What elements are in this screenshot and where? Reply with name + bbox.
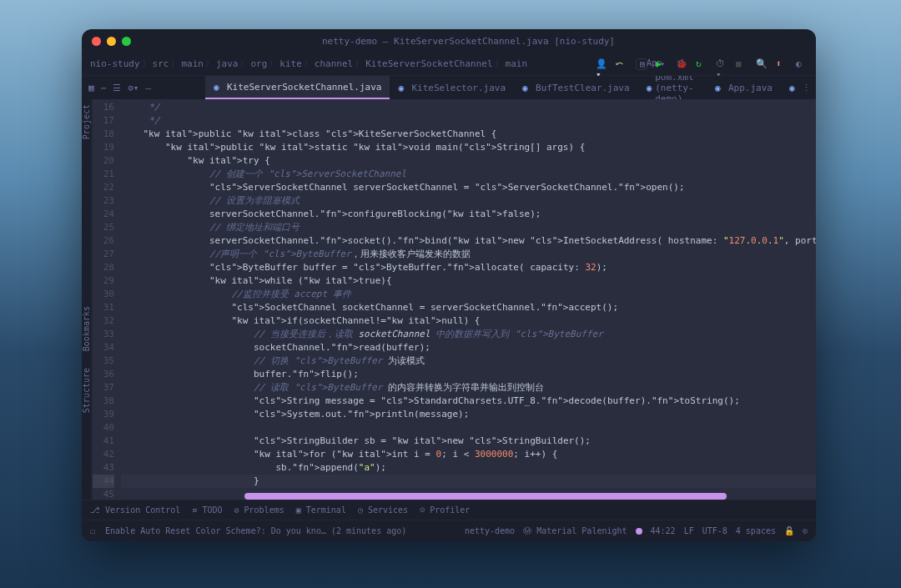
run-config-selector[interactable]: ▤ App ▾ bbox=[636, 58, 647, 70]
tab-label: KiteSelector.java bbox=[411, 83, 506, 93]
maximize-button[interactable] bbox=[122, 37, 131, 46]
services-tool-button[interactable]: ◷ Services bbox=[358, 505, 408, 515]
breadcrumb-item[interactable]: src bbox=[153, 58, 169, 69]
inspection-icon[interactable]: ⊙ bbox=[803, 526, 808, 535]
window-controls bbox=[92, 37, 131, 46]
breadcrumb-item[interactable]: KiteServerSocketChannel bbox=[365, 58, 492, 69]
breadcrumb-item[interactable]: nio-study bbox=[90, 58, 140, 69]
editor-tab[interactable]: ◉KiteServerSocketChannel.java bbox=[205, 76, 390, 99]
file-icon: ◉ bbox=[398, 83, 408, 93]
todo-tool-button[interactable]: ≡ TODO bbox=[192, 505, 222, 515]
stop-button[interactable]: ■ bbox=[736, 58, 747, 70]
readonly-icon[interactable]: 🔓 bbox=[784, 526, 794, 535]
bookmarks-tool-button[interactable]: Bookmarks bbox=[82, 306, 91, 351]
hammer-icon[interactable]: ⤺ bbox=[616, 58, 627, 70]
breadcrumb-item[interactable]: org bbox=[250, 58, 267, 69]
main-toolbar: 👤▾ ⤺ ▤ App ▾ ▶ 🐞 ↻ ⏱▾ ■ 🔍 ⬆ ◐ bbox=[596, 58, 808, 70]
search-icon[interactable]: 🔍 bbox=[756, 58, 768, 70]
vcs-tool-button[interactable]: ⎇ Version Control bbox=[90, 505, 180, 515]
coverage-button[interactable]: ↻ bbox=[696, 58, 707, 70]
navbar: nio-study〉src〉main〉java〉org〉kite〉channel… bbox=[82, 53, 816, 76]
status-message: Enable Auto Reset Color Scheme?: Do you … bbox=[105, 526, 406, 535]
code-editor[interactable]: 1617181920212223242526272829303132333435… bbox=[93, 99, 816, 500]
debug-button[interactable]: 🐞 bbox=[676, 58, 687, 70]
user-icon[interactable]: 👤▾ bbox=[596, 58, 607, 70]
breadcrumb-item[interactable]: main bbox=[506, 58, 528, 69]
breadcrumb-item[interactable]: main bbox=[181, 58, 204, 69]
profile-button[interactable]: ⏱▾ bbox=[716, 58, 727, 70]
cursor-position[interactable]: 44:22 bbox=[651, 526, 676, 535]
editor-tab[interactable]: ◉App.java bbox=[707, 76, 781, 99]
file-icon: ◉ bbox=[715, 83, 725, 93]
tab-label: pom.xml (netty-demo) bbox=[655, 76, 698, 99]
run-button[interactable]: ▶ bbox=[656, 58, 667, 70]
editor-tabs: ▦ ⋯ ☰ ⚙▾ — ◉KiteServerSocketChannel.java… bbox=[82, 76, 816, 99]
editor-tab[interactable]: ◉KiteSelector.java bbox=[390, 76, 514, 99]
tab-label: App.java bbox=[728, 83, 773, 93]
ide-logo-icon[interactable]: ◐ bbox=[796, 58, 808, 70]
status-bar: ☐ Enable Auto Reset Color Scheme?: Do yo… bbox=[82, 520, 816, 541]
sync-icon[interactable]: ⬆ bbox=[776, 58, 788, 70]
file-icon: ◉ bbox=[522, 83, 532, 93]
file-icon: ◉ bbox=[647, 83, 652, 93]
horizontal-scrollbar[interactable] bbox=[244, 493, 816, 500]
bottom-tool-bar: ⎇ Version Control ≡ TODO ⊘ Problems ▣ Te… bbox=[82, 500, 816, 520]
titlebar: netty-demo – KiteServerSocketChannel.jav… bbox=[82, 29, 816, 53]
profiler-tool-button[interactable]: ☺ Profiler bbox=[420, 505, 470, 515]
settings-icon[interactable]: ⚙▾ bbox=[128, 83, 138, 93]
structure-tool-button[interactable]: Structure bbox=[82, 368, 91, 413]
file-icon: ◉ bbox=[789, 83, 797, 93]
editor-tab[interactable]: ◉Futu... bbox=[781, 76, 797, 99]
git-branch[interactable]: netty-demo bbox=[465, 526, 515, 535]
editor-tab[interactable]: ◉pom.xml (netty-demo) bbox=[638, 76, 707, 99]
editor-tab[interactable]: ◉BufTestClear.java bbox=[514, 76, 638, 99]
minimize-button[interactable] bbox=[107, 37, 116, 46]
collapse-icon[interactable]: ⋯ bbox=[101, 83, 107, 93]
tab-label: BufTestClear.java bbox=[536, 83, 630, 93]
theme-indicator[interactable]: Ⓜ Material Palenight bbox=[523, 525, 627, 537]
problems-tool-button[interactable]: ⊘ Problems bbox=[234, 505, 284, 515]
select-opened-icon[interactable]: ☰ bbox=[113, 83, 121, 93]
terminal-tool-button[interactable]: ▣ Terminal bbox=[296, 505, 346, 515]
breadcrumb[interactable]: nio-study〉src〉main〉java〉org〉kite〉channel… bbox=[90, 58, 527, 70]
project-tool-button[interactable]: Project bbox=[82, 104, 91, 139]
window-title: netty-demo – KiteServerSocketChannel.jav… bbox=[131, 36, 806, 47]
breadcrumb-item[interactable]: channel bbox=[315, 58, 353, 69]
project-toolbar: ▦ ⋯ ☰ ⚙▾ — bbox=[82, 83, 205, 93]
hide-icon[interactable]: — bbox=[146, 83, 152, 93]
tab-label: KiteServerSocketChannel.java bbox=[227, 82, 381, 93]
status-dot-icon bbox=[636, 528, 642, 535]
breadcrumb-item[interactable]: kite bbox=[279, 58, 302, 69]
project-view-icon[interactable]: ▦ bbox=[88, 83, 94, 93]
line-gutter: 1617181920212223242526272829303132333435… bbox=[93, 99, 121, 500]
notification-icon[interactable]: ☐ bbox=[90, 526, 95, 535]
line-separator[interactable]: LF bbox=[684, 526, 694, 535]
file-encoding[interactable]: UTF-8 bbox=[702, 526, 727, 535]
left-tool-rail: Project Bookmarks Structure bbox=[82, 99, 92, 500]
indent-setting[interactable]: 4 spaces bbox=[736, 526, 776, 535]
ide-window: netty-demo – KiteServerSocketChannel.jav… bbox=[82, 29, 816, 541]
breadcrumb-item[interactable]: java bbox=[216, 58, 239, 69]
tab-overflow-icon[interactable]: ⋮ bbox=[797, 83, 816, 93]
code-area[interactable]: */ */ "kw ital">public "kw ital">class "… bbox=[121, 99, 816, 500]
close-button[interactable] bbox=[92, 37, 101, 46]
file-icon: ◉ bbox=[214, 82, 224, 92]
main-area: Project Bookmarks Structure ▸ ▣ Netty-De… bbox=[82, 99, 816, 500]
